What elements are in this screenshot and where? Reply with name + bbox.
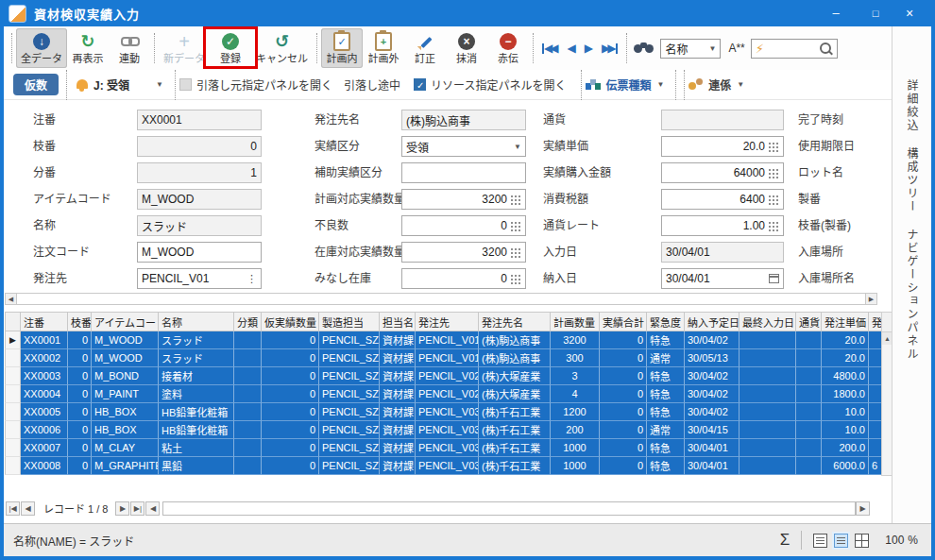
grid-cell[interactable] — [796, 331, 822, 349]
chevron-down-icon[interactable]: ▼ — [737, 80, 744, 89]
grid-cell[interactable]: XX0006 — [21, 421, 68, 439]
grid-cell[interactable] — [740, 457, 796, 475]
grid-cell[interactable]: M_GRAPHITE — [92, 457, 159, 475]
row-selector-cell[interactable] — [5, 457, 21, 475]
grid-cell[interactable]: 資材課 — [380, 457, 416, 475]
grid-cell[interactable]: 0 — [600, 403, 647, 421]
grid-cell[interactable]: (株)千石工業 — [479, 457, 551, 475]
search-field-select[interactable]: 名称 ▼ — [660, 39, 721, 59]
grid-cell[interactable]: 0 — [600, 349, 647, 367]
grid-cell[interactable]: M_CLAY — [92, 439, 159, 457]
grid-cell[interactable] — [234, 349, 262, 367]
grid-header-cell[interactable]: 枝番 — [68, 312, 92, 331]
table-row[interactable]: XX00060HB_BOXHB鉛筆化粧箱0PENCIL_SZI資材課PENCIL… — [5, 421, 881, 439]
grid-cell[interactable]: PENCIL_V03 — [416, 457, 479, 475]
grid-cell[interactable]: 3200 — [551, 331, 600, 349]
scroll-left-icon[interactable]: ◀ — [145, 501, 160, 516]
find-binoculars-icon[interactable] — [634, 42, 654, 55]
grid-cell[interactable]: 特急 — [647, 439, 685, 457]
grid-cell[interactable]: 6 — [869, 457, 881, 475]
form-field[interactable]: 0 — [401, 215, 526, 236]
grid-cell[interactable]: スラッド — [159, 331, 234, 349]
chevron-down-icon[interactable]: ▼ — [656, 80, 664, 89]
maximize-button[interactable]: □ — [863, 0, 888, 26]
first-record-button[interactable]: |◀ — [6, 501, 20, 516]
grid-header-cell[interactable]: アイテムコード — [92, 312, 159, 331]
toolbar-button-redslip[interactable]: −赤伝 — [487, 28, 529, 68]
grid-header-cell[interactable]: 納入予定日 — [685, 312, 740, 331]
tab-navigation-panel[interactable]: ナビゲーションパネル — [904, 229, 920, 361]
row-selector-cell[interactable] — [5, 403, 21, 421]
chevron-down-icon[interactable]: ▼ — [156, 80, 163, 89]
grid-cell[interactable] — [740, 367, 796, 385]
grid-cell[interactable]: 特急 — [647, 331, 685, 349]
grid-cell[interactable]: PENCIL_V03 — [416, 439, 479, 457]
numpad-grid-icon[interactable] — [769, 168, 779, 178]
grid-cell[interactable]: PENCIL_V03 — [416, 403, 479, 421]
grid-cell[interactable]: 10.0 — [822, 421, 869, 439]
grid-cell[interactable] — [234, 367, 262, 385]
grid-cell[interactable]: HB鉛筆化粧箱 — [159, 403, 234, 421]
grid-cell[interactable]: (株)大塚産業 — [479, 367, 551, 385]
grid-header-cell[interactable]: 計画数量 — [551, 312, 600, 331]
grid-cell[interactable]: PENCIL_SZI — [319, 367, 380, 385]
grid-cell[interactable]: 0 — [262, 385, 319, 403]
numpad-grid-icon[interactable] — [769, 142, 779, 152]
grid-cell[interactable]: (株)大塚産業 — [479, 385, 551, 403]
form-field[interactable]: 3200 — [401, 189, 526, 210]
grid-cell[interactable]: PENCIL_SZI — [319, 403, 380, 421]
grid-cell[interactable] — [796, 385, 822, 403]
toolbar-button-plan-out[interactable]: +計画外 — [363, 28, 404, 68]
numpad-grid-icon[interactable] — [511, 247, 521, 258]
grid-cell[interactable]: 0 — [68, 331, 92, 349]
grid-cell[interactable] — [796, 403, 822, 421]
grid-cell[interactable]: 特急 — [647, 403, 685, 421]
view-form-icon[interactable] — [813, 534, 827, 548]
grid-cell[interactable]: XX0007 — [21, 439, 68, 457]
kasu-button[interactable]: 仮数 — [13, 74, 59, 95]
grid-cell[interactable]: 0 — [262, 403, 319, 421]
next-record-button[interactable]: ▶ — [585, 42, 593, 55]
grid-cell[interactable]: PENCIL_SZI — [319, 457, 380, 475]
tab-detail-filter[interactable]: 詳細絞込 — [904, 79, 920, 132]
grid-cell[interactable]: PENCIL_V02 — [416, 367, 479, 385]
grid-cell[interactable]: PENCIL_SZI — [319, 421, 380, 439]
grid-cell[interactable]: 資材課 — [380, 421, 416, 439]
grid-cell[interactable]: 黒鉛 — [159, 457, 234, 475]
sigma-sum-icon[interactable]: Σ — [780, 531, 790, 550]
grid-cell[interactable]: 0 — [68, 403, 92, 421]
grid-cell[interactable]: 0 — [68, 367, 92, 385]
numpad-grid-icon[interactable] — [769, 195, 779, 205]
grid-cell[interactable]: 30/04/01 — [685, 439, 740, 457]
grid-cell[interactable] — [740, 385, 796, 403]
scrollbar-track[interactable] — [17, 293, 865, 305]
grid-cell[interactable]: HB鉛筆化粧箱 — [159, 421, 234, 439]
grid-cell[interactable]: PENCIL_V03 — [416, 421, 479, 439]
prev-record-button[interactable]: ◀ — [567, 42, 575, 55]
grid-cell[interactable]: M_WOOD — [92, 331, 159, 349]
grid-cell[interactable]: 通常 — [647, 421, 685, 439]
grid-cell[interactable]: 0 — [262, 457, 319, 475]
grid-cell[interactable]: PENCIL_V01 — [416, 349, 479, 367]
grid-header-cell[interactable]: 分類 — [234, 312, 262, 331]
view-grid-icon[interactable] — [855, 534, 869, 548]
grid-cell[interactable]: 0 — [262, 421, 319, 439]
grid-header-cell[interactable]: 発注先 — [416, 312, 479, 331]
grid-cell[interactable]: 30/04/02 — [685, 331, 740, 349]
grid-cell[interactable]: PENCIL_SZI — [319, 331, 380, 349]
grid-header-cell[interactable]: 緊急度 — [647, 312, 685, 331]
grid-cell[interactable] — [740, 349, 796, 367]
table-row[interactable]: XX00020M_WOODスラッド0PENCIL_SZI資材課PENCIL_V0… — [5, 349, 881, 367]
grid-cell[interactable]: XX0008 — [21, 457, 68, 475]
grid-cell[interactable]: 0 — [262, 349, 319, 367]
grid-cell[interactable] — [869, 439, 881, 457]
numpad-grid-icon[interactable] — [511, 221, 521, 231]
grid-cell[interactable] — [796, 457, 822, 475]
grid-cell[interactable] — [869, 385, 881, 403]
receive-mode-dropdown[interactable]: J: 受領 — [94, 76, 129, 93]
grid-cell[interactable]: 資材課 — [380, 331, 416, 349]
first-record-button[interactable]: ◀◀ — [542, 42, 558, 55]
numpad-grid-icon[interactable] — [511, 195, 521, 205]
grid-cell[interactable] — [869, 367, 881, 385]
chevron-down-icon[interactable]: ▼ — [514, 143, 521, 151]
